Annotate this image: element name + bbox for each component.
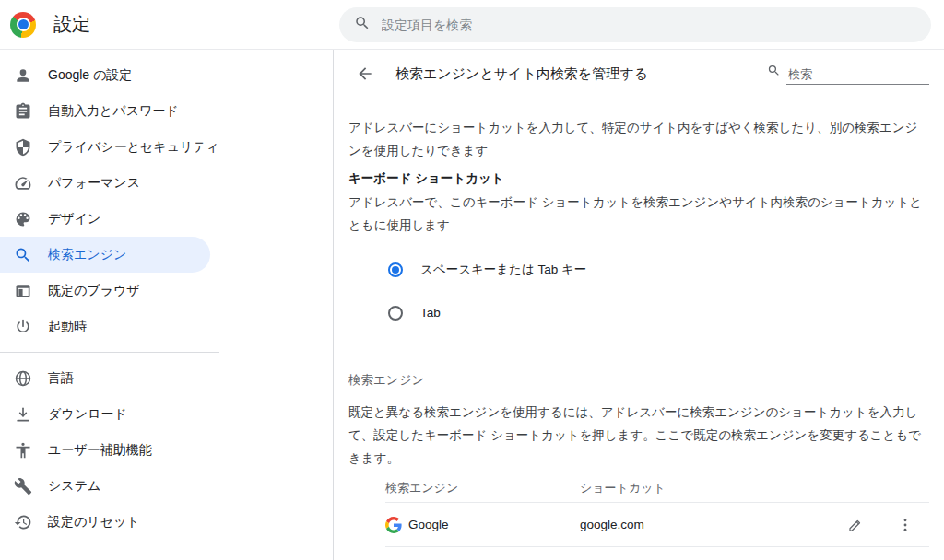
- search-icon: [767, 64, 781, 81]
- accessibility-icon: [14, 441, 32, 460]
- search-engine-table: 検索エンジン ショートカット Google google.com: [385, 473, 929, 560]
- clipboard-icon: [14, 102, 32, 121]
- search-engines-description: 既定と異なる検索エンジンを使用するには、アドレスバーに検索エンジンのショートカッ…: [348, 401, 929, 470]
- sidebar-item-reset[interactable]: 設定のリセット: [0, 504, 210, 540]
- page-find-input[interactable]: [786, 64, 929, 85]
- sidebar-item-on-startup[interactable]: 起動時: [0, 309, 210, 344]
- sidebar-item-label: システム: [48, 478, 100, 495]
- sidebar-item-autofill[interactable]: 自動入力とパスワード: [0, 93, 210, 129]
- radio-option-tab[interactable]: Tab: [348, 291, 929, 334]
- sidebar-item-label: 検索エンジン: [48, 247, 126, 263]
- sidebar-item-performance[interactable]: パフォーマンス: [0, 165, 210, 201]
- radio-option-space-or-tab[interactable]: スペースキーまたは Tab キー: [348, 248, 929, 291]
- shield-icon: [14, 138, 32, 157]
- table-header-row: 検索エンジン ショートカット: [385, 473, 929, 503]
- sidebar-item-downloads[interactable]: ダウンロード: [0, 396, 210, 432]
- section-title: 検索エンジンとサイト内検索を管理する: [395, 65, 767, 83]
- keyboard-shortcut-heading: キーボード ショートカット: [348, 167, 929, 191]
- sidebar-divider: [0, 352, 219, 353]
- search-engines-heading: 検索エンジン: [348, 371, 929, 390]
- page-title: 設定: [53, 12, 90, 37]
- sidebar-item-accessibility[interactable]: ユーザー補助機能: [0, 432, 210, 468]
- keyboard-shortcut-description: アドレスバーで、このキーボード ショートカットを検索エンジンやサイト内検索のショ…: [348, 191, 929, 237]
- sidebar-item-label: 言語: [48, 370, 74, 387]
- back-button[interactable]: [348, 57, 382, 90]
- back-arrow-icon: [356, 64, 374, 83]
- sidebar-item-label: 既定のブラウザ: [48, 283, 140, 299]
- sidebar-item-label: 自動入力とパスワード: [48, 103, 179, 120]
- engine-name: Google: [408, 518, 449, 531]
- more-menu-icon[interactable]: [894, 514, 916, 536]
- sidebar-item-label: デザイン: [48, 211, 100, 228]
- sidebar-item-label: 起動時: [48, 319, 87, 335]
- google-logo-icon: [385, 517, 402, 533]
- sidebar-item-languages[interactable]: 言語: [0, 360, 210, 396]
- restore-icon: [14, 513, 32, 531]
- intro-text: アドレスバーにショートカットを入力して、特定のサイト内をすばやく検索したり、別の…: [348, 116, 929, 162]
- sidebar-item-label: Google の設定: [48, 67, 132, 84]
- sidebar-item-label: パフォーマンス: [48, 175, 140, 192]
- main-header: 検索エンジンとサイト内検索を管理する: [348, 50, 929, 98]
- sidebar: Google の設定 自動入力とパスワード プライバシーとセキュリティ パフォー…: [0, 50, 333, 560]
- sidebar-item-system[interactable]: システム: [0, 468, 210, 504]
- sidebar-item-search-engine[interactable]: 検索エンジン: [0, 237, 210, 273]
- settings-search-input[interactable]: [382, 18, 926, 32]
- download-icon: [14, 405, 32, 424]
- table-row: Google google.com: [385, 503, 929, 547]
- power-icon: [14, 318, 32, 336]
- page-find-field[interactable]: [767, 64, 929, 85]
- sidebar-item-privacy[interactable]: プライバシーとセキュリティ: [0, 129, 210, 165]
- settings-search-bar[interactable]: [339, 7, 931, 42]
- radio-unselected-icon[interactable]: [388, 306, 403, 321]
- radio-selected-icon[interactable]: [388, 262, 403, 277]
- sidebar-item-label: 設定のリセット: [48, 514, 140, 531]
- edit-pencil-icon[interactable]: [844, 514, 867, 536]
- palette-icon: [14, 210, 32, 228]
- top-bar-left: 設定: [0, 12, 333, 38]
- main-content: 検索エンジンとサイト内検索を管理する アドレスバーにショートカットを入力して、特…: [333, 50, 944, 560]
- wrench-icon: [14, 477, 32, 496]
- engine-shortcut: google.com: [580, 518, 844, 531]
- radio-label: Tab: [420, 306, 441, 320]
- sidebar-item-label: ユーザー補助機能: [48, 442, 152, 459]
- sidebar-item-appearance[interactable]: デザイン: [0, 201, 210, 237]
- globe-icon: [14, 369, 32, 388]
- speedometer-icon: [14, 174, 32, 192]
- sidebar-item-default-browser[interactable]: 既定のブラウザ: [0, 273, 210, 309]
- search-icon: [354, 15, 371, 35]
- browser-window-icon: [14, 282, 32, 300]
- search-icon: [14, 246, 32, 264]
- sidebar-item-google-settings[interactable]: Google の設定: [0, 57, 210, 93]
- table-row: Y! Yahoo! JAPAN (既定) yahoo.co.jp: [385, 547, 929, 560]
- top-bar: 設定: [0, 0, 944, 50]
- column-header-engine: 検索エンジン: [385, 480, 580, 496]
- sidebar-item-label: プライバシーとセキュリティ: [48, 139, 219, 156]
- shortcut-radio-group: スペースキーまたは Tab キー Tab: [348, 248, 929, 334]
- column-header-shortcut: ショートカット: [580, 480, 666, 496]
- sidebar-item-label: ダウンロード: [48, 406, 127, 423]
- person-icon: [14, 66, 32, 85]
- radio-label: スペースキーまたは Tab キー: [420, 262, 586, 278]
- chrome-logo-icon: [10, 12, 36, 38]
